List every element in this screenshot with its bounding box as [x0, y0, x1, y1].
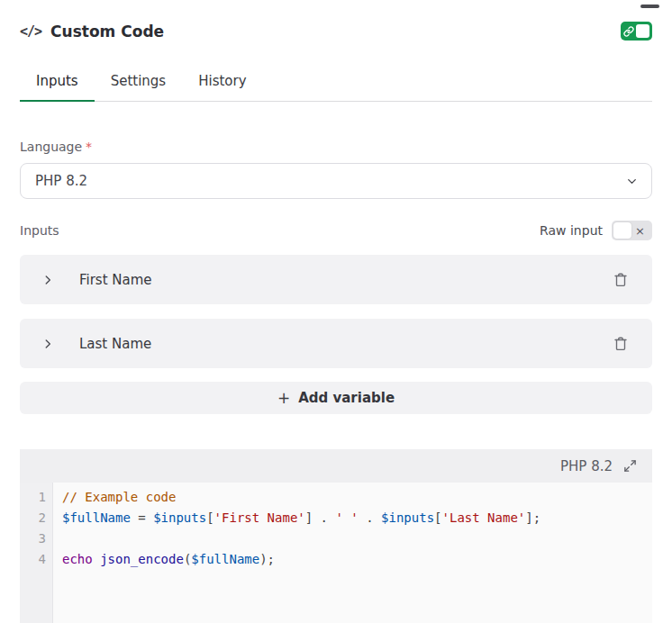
editor-language-badge: PHP 8.2 — [560, 458, 613, 474]
code-text: echo json_encode($fullName); — [52, 549, 275, 570]
custom-code-panel: </> Custom Code Inputs Settings History … — [0, 0, 672, 623]
node-enabled-toggle[interactable] — [621, 22, 652, 41]
inputs-label: Inputs — [20, 223, 540, 238]
chevron-right-icon — [41, 338, 54, 350]
variable-row[interactable]: First Name — [20, 255, 652, 304]
panel-title: Custom Code — [50, 23, 164, 41]
raw-input-toggle[interactable]: × — [612, 221, 652, 240]
code-text — [52, 528, 62, 549]
expand-editor-button[interactable] — [622, 458, 638, 474]
tab-bar: Inputs Settings History — [20, 64, 652, 102]
add-variable-button[interactable]: + Add variable — [20, 382, 652, 414]
required-asterisk: * — [86, 140, 92, 154]
code-line: 1// Example code — [20, 487, 652, 508]
toggle-knob — [636, 24, 649, 38]
raw-input-label: Raw input — [540, 223, 603, 238]
line-number: 4 — [20, 549, 52, 570]
language-label: Language* — [20, 140, 92, 154]
variable-row[interactable]: Last Name — [20, 319, 652, 368]
delete-variable-button[interactable] — [611, 334, 631, 354]
chevron-down-icon — [625, 175, 639, 188]
line-number: 1 — [20, 487, 52, 508]
code-slash-icon: </> — [20, 23, 41, 40]
delete-variable-button[interactable] — [611, 270, 631, 290]
code-editor-body[interactable]: 1// Example code2$fullName = $inputs['Fi… — [20, 483, 652, 623]
expand-icon — [623, 459, 637, 473]
tab-settings[interactable]: Settings — [95, 64, 183, 102]
chevron-right-icon — [41, 274, 54, 286]
tab-history[interactable]: History — [182, 64, 262, 102]
code-editor-header: PHP 8.2 — [20, 449, 652, 483]
plus-icon: + — [277, 391, 290, 406]
code-line: 2$fullName = $inputs['First Name'] . ' '… — [20, 508, 652, 528]
raw-input-control: Raw input × — [540, 221, 652, 240]
trash-icon — [613, 336, 629, 352]
language-field: Language* PHP 8.2 — [20, 138, 652, 199]
trash-icon — [613, 272, 629, 288]
variable-name: First Name — [79, 272, 611, 288]
code-text: $fullName = $inputs['First Name'] . ' ' … — [52, 508, 540, 528]
tab-inputs[interactable]: Inputs — [20, 64, 95, 102]
line-number: 2 — [20, 508, 52, 528]
panel-header: </> Custom Code — [0, 0, 672, 41]
toggle-knob — [613, 222, 631, 239]
inputs-section-header: Inputs Raw input × — [20, 221, 652, 240]
add-variable-label: Add variable — [298, 390, 395, 406]
link-icon — [623, 26, 634, 37]
toggle-off-x-icon: × — [635, 225, 645, 237]
line-number: 3 — [20, 528, 52, 549]
code-text: // Example code — [52, 487, 176, 508]
code-line: 4echo json_encode($fullName); — [20, 549, 652, 570]
code-editor: PHP 8.2 1// Example code2$fullName = $in… — [20, 449, 652, 623]
code-line: 3 — [20, 528, 652, 549]
language-select[interactable]: PHP 8.2 — [20, 163, 652, 199]
drag-handle[interactable] — [640, 5, 659, 8]
language-select-value: PHP 8.2 — [35, 173, 625, 189]
variables-list: First Name Last Name — [20, 255, 652, 368]
variable-name: Last Name — [79, 336, 611, 352]
